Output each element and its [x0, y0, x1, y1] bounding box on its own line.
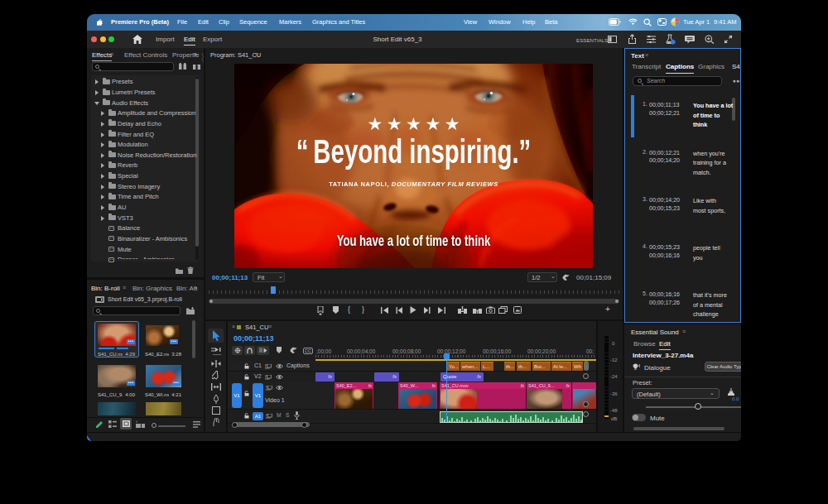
svg-text:CC: CC [305, 348, 311, 353]
svg-text:12: 12 [195, 65, 199, 70]
svg-text:fr: fr [136, 420, 138, 424]
